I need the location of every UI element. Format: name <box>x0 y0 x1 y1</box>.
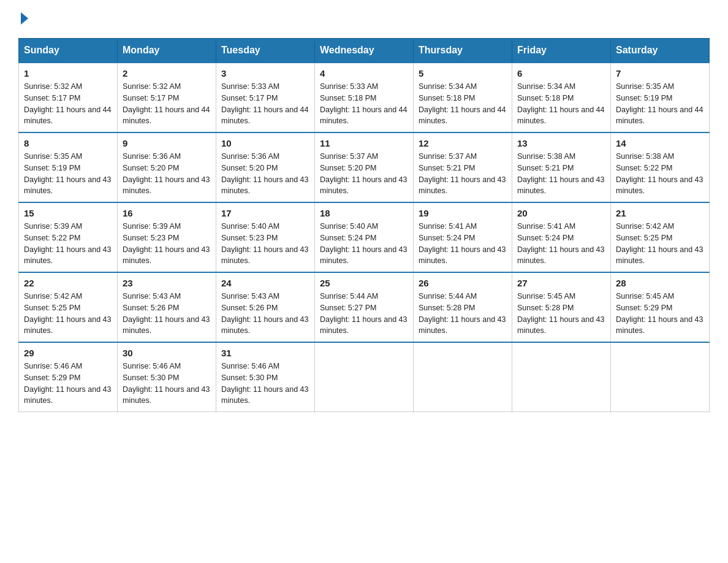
weekday-header-row: SundayMondayTuesdayWednesdayThursdayFrid… <box>19 39 710 63</box>
day-info: Sunrise: 5:43 AMSunset: 5:26 PMDaylight:… <box>123 291 211 337</box>
calendar-day-cell: 13Sunrise: 5:38 AMSunset: 5:21 PMDayligh… <box>512 132 611 202</box>
logo <box>18 12 28 26</box>
day-info: Sunrise: 5:46 AMSunset: 5:29 PMDaylight:… <box>24 361 112 407</box>
day-number: 15 <box>24 208 112 218</box>
day-number: 7 <box>616 68 704 79</box>
day-number: 10 <box>221 138 309 148</box>
day-number: 2 <box>123 68 211 79</box>
calendar-day-cell: 14Sunrise: 5:38 AMSunset: 5:22 PMDayligh… <box>611 132 710 202</box>
calendar-day-cell: 31Sunrise: 5:46 AMSunset: 5:30 PMDayligh… <box>216 342 315 412</box>
calendar-day-cell: 16Sunrise: 5:39 AMSunset: 5:23 PMDayligh… <box>118 202 216 272</box>
calendar-day-cell: 23Sunrise: 5:43 AMSunset: 5:26 PMDayligh… <box>118 272 216 342</box>
day-info: Sunrise: 5:45 AMSunset: 5:28 PMDaylight:… <box>517 291 605 337</box>
day-number: 1 <box>24 68 112 79</box>
day-info: Sunrise: 5:38 AMSunset: 5:21 PMDaylight:… <box>517 151 605 197</box>
day-number: 23 <box>123 278 211 288</box>
day-number: 19 <box>419 208 507 218</box>
calendar-day-cell: 5Sunrise: 5:34 AMSunset: 5:18 PMDaylight… <box>414 63 512 132</box>
day-info: Sunrise: 5:34 AMSunset: 5:18 PMDaylight:… <box>517 81 605 127</box>
day-info: Sunrise: 5:41 AMSunset: 5:24 PMDaylight:… <box>517 221 605 267</box>
calendar-day-cell: 30Sunrise: 5:46 AMSunset: 5:30 PMDayligh… <box>118 342 216 412</box>
day-number: 9 <box>123 138 211 148</box>
calendar-day-cell: 19Sunrise: 5:41 AMSunset: 5:24 PMDayligh… <box>414 202 512 272</box>
day-info: Sunrise: 5:36 AMSunset: 5:20 PMDaylight:… <box>221 151 309 197</box>
day-info: Sunrise: 5:43 AMSunset: 5:26 PMDaylight:… <box>221 291 309 337</box>
weekday-header-thursday: Thursday <box>414 39 512 63</box>
calendar-day-cell: 9Sunrise: 5:36 AMSunset: 5:20 PMDaylight… <box>118 132 216 202</box>
day-info: Sunrise: 5:33 AMSunset: 5:17 PMDaylight:… <box>221 81 309 127</box>
day-info: Sunrise: 5:45 AMSunset: 5:29 PMDaylight:… <box>616 291 704 337</box>
day-number: 18 <box>320 208 408 218</box>
day-info: Sunrise: 5:44 AMSunset: 5:28 PMDaylight:… <box>419 291 507 337</box>
day-info: Sunrise: 5:40 AMSunset: 5:23 PMDaylight:… <box>221 221 309 267</box>
day-number: 27 <box>517 278 605 288</box>
calendar-day-cell: 10Sunrise: 5:36 AMSunset: 5:20 PMDayligh… <box>216 132 315 202</box>
page-header <box>18 12 710 26</box>
weekday-header-tuesday: Tuesday <box>216 39 315 63</box>
calendar-day-cell: 11Sunrise: 5:37 AMSunset: 5:20 PMDayligh… <box>315 132 414 202</box>
calendar-day-cell: 15Sunrise: 5:39 AMSunset: 5:22 PMDayligh… <box>19 202 118 272</box>
calendar-day-cell: 28Sunrise: 5:45 AMSunset: 5:29 PMDayligh… <box>611 272 710 342</box>
calendar-day-cell: 25Sunrise: 5:44 AMSunset: 5:27 PMDayligh… <box>315 272 414 342</box>
day-number: 21 <box>616 208 704 218</box>
calendar-day-cell: 17Sunrise: 5:40 AMSunset: 5:23 PMDayligh… <box>216 202 315 272</box>
weekday-header-saturday: Saturday <box>611 39 710 63</box>
day-number: 24 <box>221 278 309 288</box>
day-number: 16 <box>123 208 211 218</box>
calendar-week-row: 15Sunrise: 5:39 AMSunset: 5:22 PMDayligh… <box>19 202 710 272</box>
day-number: 11 <box>320 138 408 148</box>
calendar-week-row: 29Sunrise: 5:46 AMSunset: 5:29 PMDayligh… <box>19 342 710 412</box>
day-number: 6 <box>517 68 605 79</box>
calendar-day-cell: 7Sunrise: 5:35 AMSunset: 5:19 PMDaylight… <box>611 63 710 132</box>
day-info: Sunrise: 5:42 AMSunset: 5:25 PMDaylight:… <box>24 291 112 337</box>
day-number: 14 <box>616 138 704 148</box>
calendar-week-row: 8Sunrise: 5:35 AMSunset: 5:19 PMDaylight… <box>19 132 710 202</box>
weekday-header-monday: Monday <box>118 39 216 63</box>
day-number: 8 <box>24 138 112 148</box>
day-info: Sunrise: 5:46 AMSunset: 5:30 PMDaylight:… <box>123 361 211 407</box>
calendar-day-cell: 2Sunrise: 5:32 AMSunset: 5:17 PMDaylight… <box>118 63 216 132</box>
calendar-day-cell: 24Sunrise: 5:43 AMSunset: 5:26 PMDayligh… <box>216 272 315 342</box>
calendar-day-cell <box>315 342 414 412</box>
calendar-day-cell: 8Sunrise: 5:35 AMSunset: 5:19 PMDaylight… <box>19 132 118 202</box>
calendar-day-cell: 3Sunrise: 5:33 AMSunset: 5:17 PMDaylight… <box>216 63 315 132</box>
calendar-day-cell <box>512 342 611 412</box>
day-info: Sunrise: 5:42 AMSunset: 5:25 PMDaylight:… <box>616 221 704 267</box>
weekday-header-friday: Friday <box>512 39 611 63</box>
day-number: 26 <box>419 278 507 288</box>
weekday-header-wednesday: Wednesday <box>315 39 414 63</box>
calendar-table: SundayMondayTuesdayWednesdayThursdayFrid… <box>18 38 710 412</box>
day-info: Sunrise: 5:39 AMSunset: 5:23 PMDaylight:… <box>123 221 211 267</box>
day-info: Sunrise: 5:37 AMSunset: 5:21 PMDaylight:… <box>419 151 507 197</box>
day-number: 30 <box>123 348 211 358</box>
calendar-day-cell <box>414 342 512 412</box>
day-number: 5 <box>419 68 507 79</box>
day-number: 3 <box>221 68 309 79</box>
day-info: Sunrise: 5:41 AMSunset: 5:24 PMDaylight:… <box>419 221 507 267</box>
day-number: 25 <box>320 278 408 288</box>
calendar-day-cell: 26Sunrise: 5:44 AMSunset: 5:28 PMDayligh… <box>414 272 512 342</box>
calendar-week-row: 1Sunrise: 5:32 AMSunset: 5:17 PMDaylight… <box>19 63 710 132</box>
day-info: Sunrise: 5:46 AMSunset: 5:30 PMDaylight:… <box>221 361 309 407</box>
calendar-day-cell: 18Sunrise: 5:40 AMSunset: 5:24 PMDayligh… <box>315 202 414 272</box>
logo-triangle-icon <box>21 12 28 25</box>
day-info: Sunrise: 5:39 AMSunset: 5:22 PMDaylight:… <box>24 221 112 267</box>
day-info: Sunrise: 5:33 AMSunset: 5:18 PMDaylight:… <box>320 81 408 127</box>
day-info: Sunrise: 5:40 AMSunset: 5:24 PMDaylight:… <box>320 221 408 267</box>
day-number: 31 <box>221 348 309 358</box>
calendar-day-cell: 4Sunrise: 5:33 AMSunset: 5:18 PMDaylight… <box>315 63 414 132</box>
day-number: 4 <box>320 68 408 79</box>
day-info: Sunrise: 5:35 AMSunset: 5:19 PMDaylight:… <box>616 81 704 127</box>
calendar-day-cell: 21Sunrise: 5:42 AMSunset: 5:25 PMDayligh… <box>611 202 710 272</box>
day-number: 12 <box>419 138 507 148</box>
calendar-day-cell: 1Sunrise: 5:32 AMSunset: 5:17 PMDaylight… <box>19 63 118 132</box>
day-info: Sunrise: 5:44 AMSunset: 5:27 PMDaylight:… <box>320 291 408 337</box>
day-info: Sunrise: 5:38 AMSunset: 5:22 PMDaylight:… <box>616 151 704 197</box>
weekday-header-sunday: Sunday <box>19 39 118 63</box>
day-info: Sunrise: 5:35 AMSunset: 5:19 PMDaylight:… <box>24 151 112 197</box>
calendar-week-row: 22Sunrise: 5:42 AMSunset: 5:25 PMDayligh… <box>19 272 710 342</box>
calendar-day-cell: 20Sunrise: 5:41 AMSunset: 5:24 PMDayligh… <box>512 202 611 272</box>
day-number: 22 <box>24 278 112 288</box>
calendar-day-cell: 6Sunrise: 5:34 AMSunset: 5:18 PMDaylight… <box>512 63 611 132</box>
day-number: 20 <box>517 208 605 218</box>
